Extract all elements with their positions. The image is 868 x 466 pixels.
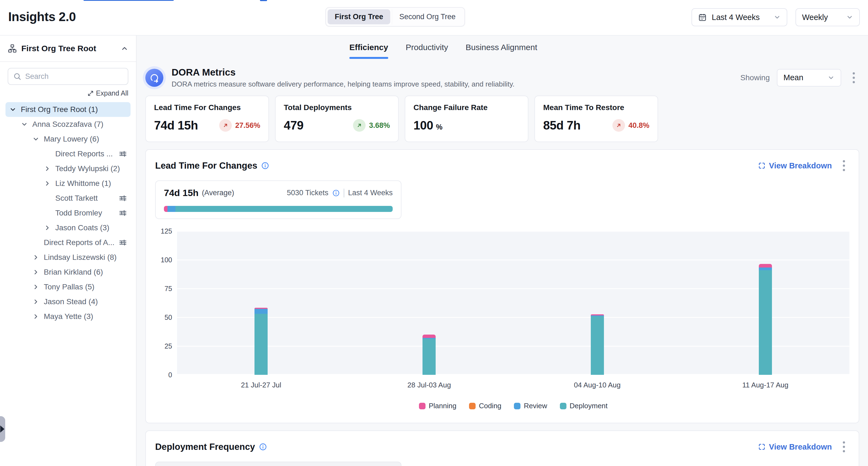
tree-item-mary-lowery-6[interactable]: Mary Lowery (6) [5,132,130,146]
chevron-right-icon[interactable] [44,165,51,172]
tree-item-label: Brian Kirkland (6) [44,268,103,276]
average-summary-row: 74d 15h (Average) 5030 Tickets Last 4 We… [164,187,393,198]
y-axis-tick-label: 75 [164,285,172,293]
filter-sliders-icon[interactable] [119,238,127,247]
chevron-right-icon[interactable] [44,224,51,231]
trend-badge: 3.68% [353,119,390,132]
date-range-value: Last 4 Weeks [712,13,760,22]
panel-expand-handle[interactable] [0,416,5,442]
deployment-frequency-header: Deployment Frequency View Breakdown [155,439,849,455]
legend-label: Planning [429,402,457,410]
tree-item-todd-bromley[interactable]: Todd Bromley [5,206,130,221]
toggle-second-org-tree[interactable]: Second Org Tree [392,9,463,24]
tree-item-teddy-wylupski-2[interactable]: Teddy Wylupski (2) [5,161,130,176]
lead-time-kebab-menu[interactable] [838,158,849,173]
tree-item-tony-pallas-5[interactable]: Tony Pallas (5) [5,280,130,294]
tree-item-anna-scozzafava-7[interactable]: Anna Scozzafava (7) [5,117,130,132]
average-summary-card: 74d 15h (Average) 5030 Tickets Last 4 We… [155,180,401,219]
showing-label: Showing [741,74,770,82]
chevron-right-icon[interactable] [32,283,39,291]
tab-efficiency[interactable]: Efficiency [349,43,388,59]
bar-28-jul-03-aug[interactable] [423,334,436,375]
tree-indent-spacer [44,150,51,157]
tree-item-brian-kirkland-6[interactable]: Brian Kirkland (6) [5,265,130,280]
bar-segment-planning [759,264,772,267]
legend-item-planning[interactable]: Planning [419,402,457,410]
browser-clipped-content [0,0,868,1]
metric-card-value-row: 85d 7h40.8% [543,119,649,132]
metric-card-value: 479 [284,119,304,132]
gridline-y-0 [177,374,849,375]
range-label: Last 4 Weeks [348,188,393,197]
distribution-segment-review [167,206,176,212]
bar-segment-deployment [759,270,772,375]
tree-indent-spacer [44,195,51,202]
filter-sliders-icon[interactable] [119,194,127,203]
info-icon[interactable] [261,162,269,170]
legend-swatch [560,403,566,409]
x-axis-tick-label: 21 Jul-27 Jul [241,381,281,389]
metric-card-title: Lead Time For Changes [154,103,260,112]
chevron-right-icon[interactable] [32,298,39,305]
filter-sliders-icon[interactable] [119,149,127,158]
tabs: EfficiencyProductivityBusiness Alignment [349,43,537,59]
expand-all-label: Expand All [96,89,128,97]
tree-item-lindsay-liszewski-8[interactable]: Lindsay Liszewski (8) [5,250,130,265]
chevron-right-icon[interactable] [32,269,39,276]
tree-item-jason-stead-4[interactable]: Jason Stead (4) [5,294,130,309]
chevron-down-icon[interactable] [21,121,28,128]
trend-up-arrow-icon [219,119,232,132]
bar-11-aug-17-aug[interactable] [759,264,772,375]
deployment-frequency-kebab-menu[interactable] [838,439,849,455]
tab-business-alignment[interactable]: Business Alignment [465,43,537,59]
gridline-y-125 [177,231,849,232]
chevron-down-icon [846,14,853,21]
aggregation-select[interactable]: Mean [777,69,841,87]
y-axis-tick-label: 0 [168,371,172,379]
chevron-down-icon[interactable] [9,106,17,113]
aggregation-value: Mean [783,73,803,82]
chevron-right-icon[interactable] [32,254,39,261]
tree-item-direct-reports-of-a[interactable]: Direct Reports of A... [5,235,130,250]
bar-21-jul-27-jul[interactable] [254,308,268,375]
tree-item-scott-tarkett[interactable]: Scott Tarkett [5,191,130,206]
phase-distribution-bar [164,206,393,212]
search-input[interactable] [25,72,123,81]
view-breakdown-button[interactable]: View Breakdown [758,161,832,170]
legend-item-coding[interactable]: Coding [469,402,501,410]
tree-item-label: Teddy Wylupski (2) [55,164,120,173]
legend-item-deployment[interactable]: Deployment [560,402,608,410]
dora-metrics-header: DORA Metrics DORA metrics measure softwa… [145,67,859,88]
expand-all-button[interactable]: Expand All [87,89,128,97]
legend-item-review[interactable]: Review [514,402,547,410]
granularity-select[interactable]: Weekly [796,8,860,26]
tree-item-maya-yette-3[interactable]: Maya Yette (3) [5,309,130,324]
gridline-y-100 [177,260,849,260]
tree-item-liz-whittome-1[interactable]: Liz Whittome (1) [5,176,130,191]
dora-kebab-menu[interactable] [848,70,859,85]
chevron-down-icon[interactable] [32,136,39,143]
org-tree: First Org Tree Root (1)Anna Scozzafava (… [0,102,136,324]
date-range-select[interactable]: Last 4 Weeks [691,8,787,26]
chevron-right-icon[interactable] [32,313,39,320]
tab-productivity[interactable]: Productivity [406,43,448,59]
tree-item-jason-coats-3[interactable]: Jason Coats (3) [5,221,130,235]
bar-04-aug-10-aug[interactable] [591,314,604,375]
average-value: 74d 15h [164,187,199,198]
chevron-right-icon[interactable] [44,180,51,187]
legend-swatch [419,403,426,409]
metric-card-value-row: 4793.68% [284,119,390,132]
org-tree-icon [8,44,17,53]
tree-item-label: Lindsay Liszewski (8) [44,253,117,262]
tree-item-first-org-tree-root-1[interactable]: First Org Tree Root (1) [5,102,130,117]
tree-item-direct-reports[interactable]: Direct Reports ... [5,146,130,161]
gridline-y-50 [177,317,849,318]
toggle-first-org-tree[interactable]: First Org Tree [328,9,390,24]
filter-sliders-icon[interactable] [119,209,127,217]
info-icon[interactable] [332,189,340,197]
average-label: (Average) [202,188,234,197]
view-breakdown-button[interactable]: View Breakdown [758,442,832,452]
info-icon[interactable] [259,443,267,451]
x-axis-tick-label: 28 Jul-03 Aug [407,381,451,389]
collapse-sidebar-chevron-up-icon[interactable] [121,45,128,52]
